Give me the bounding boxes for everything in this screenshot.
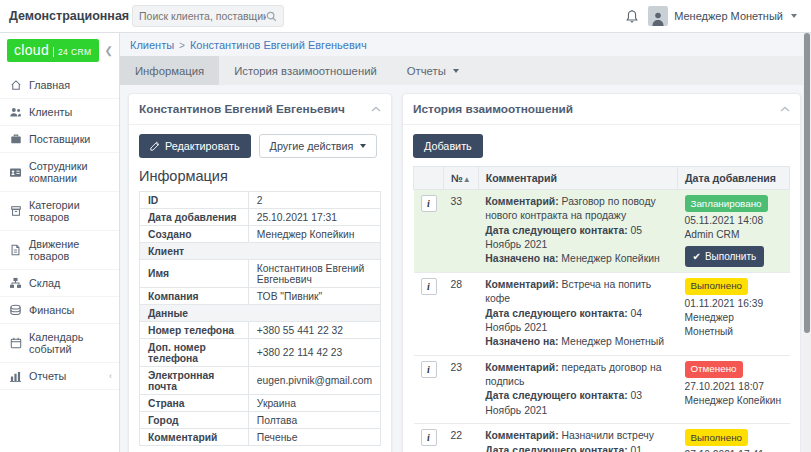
tab-active[interactable]: Информация <box>120 56 219 85</box>
client-card-title: Константинов Евгений Евгеньевич <box>139 102 345 116</box>
info-row: Электронная почтаeugen.pivnik@gmail.com <box>140 367 381 395</box>
info-value: ТОВ "Пивник" <box>248 288 380 305</box>
sidebar-item[interactable]: Клиенты <box>0 99 119 126</box>
history-col-num[interactable]: №▲ <box>444 167 479 190</box>
sidebar-item[interactable]: Финансы <box>0 297 119 324</box>
info-button[interactable]: i <box>421 361 437 378</box>
info-group-header: Клиент <box>140 243 381 260</box>
history-row-status: Выполнено01.11.2021 16:39Менеджер Монетн… <box>678 272 790 355</box>
info-row: Доп. номер телефона+380 22 114 42 23 <box>140 339 381 367</box>
info-row: Клиент <box>140 243 381 260</box>
collapse-chevron-up-icon[interactable] <box>371 106 381 113</box>
tab-label: Информация <box>135 65 204 77</box>
history-col-info <box>414 167 444 190</box>
history-row-date: 01.11.2021 16:39 <box>685 297 783 311</box>
history-row-num: 23 <box>444 355 479 423</box>
history-row-date: 27.10.2021 17:41 <box>685 448 783 452</box>
edit-button[interactable]: Редактировать <box>139 134 251 158</box>
history-row: i22Комментарий: Назначили встречуДата сл… <box>414 424 790 452</box>
tab-label: История взаимоотношений <box>234 65 377 77</box>
sidebar-nav: ГлавнаяКлиентыПоставщикиСотрудники компа… <box>0 72 119 390</box>
status-badge: Выполнено <box>685 278 749 295</box>
info-value: Украина <box>248 395 380 412</box>
info-button[interactable]: i <box>421 195 437 212</box>
finance-icon <box>9 304 22 316</box>
sidebar-item[interactable]: Отчеты‹ <box>0 363 119 390</box>
info-value: +380 22 114 42 23 <box>248 339 380 367</box>
status-badge: Запланировано <box>685 195 768 212</box>
history-row: i23Комментарий: передать договор на подп… <box>414 355 790 423</box>
topbar: Демонстрационная версия Менеджер Монетны… <box>0 0 811 33</box>
tab-bar: ИнформацияИстория взаимоотношенийОтчеты <box>120 56 803 85</box>
info-button[interactable]: i <box>421 429 437 446</box>
info-label: Имя <box>140 260 249 288</box>
vertical-scrollbar <box>803 33 811 452</box>
history-row-num: 22 <box>444 424 479 452</box>
history-card: История взаимоотношений Добавить №▲ Комм… <box>402 93 801 452</box>
user-menu[interactable]: Менеджер Монетный <box>648 6 797 26</box>
info-value: 2 <box>248 192 380 209</box>
breadcrumb-link[interactable]: Клиенты <box>130 39 174 51</box>
status-badge: Отменено <box>685 361 743 378</box>
home-icon <box>9 79 22 91</box>
tab-item[interactable]: Отчеты <box>392 56 474 85</box>
sidebar-item-label: Финансы <box>29 304 74 316</box>
complete-button-label: Выполнить <box>705 250 756 264</box>
info-row: СозданоМенеджер Копейкин <box>140 226 381 243</box>
logo-word: cloud <box>14 42 49 58</box>
info-label: Создано <box>140 226 249 243</box>
info-label: Номер телефона <box>140 322 249 339</box>
sidebar-item-label: Календарь событий <box>29 331 113 355</box>
client-info-card: Константинов Евгений Евгеньевич Редактир… <box>128 93 392 452</box>
global-search[interactable] <box>132 5 284 27</box>
sidebar-item-label: Главная <box>29 79 70 91</box>
sidebar-item-label: Склад <box>29 277 60 289</box>
chevron-down-icon <box>791 14 797 18</box>
info-label: Дата добавления <box>140 209 249 226</box>
sidebar-collapse-icon[interactable]: ❮ <box>105 45 113 56</box>
history-row-status: Отменено27.10.2021 18:07Менеджер Копейки… <box>678 355 790 423</box>
sidebar-item-label: Клиенты <box>29 106 72 118</box>
sidebar-item[interactable]: Категории товаров <box>0 192 119 231</box>
avatar <box>648 6 668 26</box>
sidebar-item[interactable]: Поставщики <box>0 126 119 153</box>
id-card-icon <box>9 167 22 178</box>
document-icon <box>9 244 22 256</box>
info-label: Компания <box>140 288 249 305</box>
history-row-author: Менеджер Копейкин <box>685 394 783 408</box>
demo-version-label: Демонстрационная версия <box>0 9 120 23</box>
sidebar-item-label: Сотрудники компании <box>29 160 113 184</box>
sidebar: cloud 24 CRM ❮ ГлавнаяКлиентыПоставщикиС… <box>0 33 120 452</box>
breadcrumb-link[interactable]: Константинов Евгений Евгеньевич <box>190 39 367 51</box>
check-icon: ✔ <box>693 250 701 264</box>
sidebar-item[interactable]: Календарь событий <box>0 324 119 363</box>
info-row: Дата добавления25.10.2021 17:31 <box>140 209 381 226</box>
history-row-author: Менеджер Монетный <box>685 311 783 339</box>
add-history-button[interactable]: Добавить <box>413 134 483 158</box>
notifications-bell-icon[interactable] <box>625 9 639 24</box>
scrollbar-thumb[interactable] <box>804 33 810 333</box>
sidebar-item[interactable]: Движение товаров <box>0 231 119 270</box>
info-label: Электронная почта <box>140 367 249 395</box>
history-col-comment[interactable]: Комментарий <box>478 167 677 190</box>
info-row: ГородПолтава <box>140 412 381 429</box>
sidebar-item[interactable]: Сотрудники компании <box>0 153 119 192</box>
global-search-input[interactable] <box>139 10 266 22</box>
history-row: i28Комментарий: Встреча на попить кофеДа… <box>414 272 790 355</box>
complete-button[interactable]: ✔Выполнить <box>685 246 765 267</box>
history-row-date: 05.11.2021 14:08 <box>685 214 783 228</box>
other-actions-button[interactable]: Другие действия <box>259 134 378 158</box>
info-button[interactable]: i <box>421 278 437 295</box>
sidebar-item-label: Поставщики <box>29 133 90 145</box>
reports-icon <box>9 371 22 382</box>
history-row-num: 33 <box>444 190 479 273</box>
history-row-comment: Комментарий: Разговор по поводу нового к… <box>478 190 677 273</box>
sidebar-item[interactable]: Склад <box>0 270 119 297</box>
app-logo[interactable]: cloud 24 CRM <box>7 39 99 62</box>
info-label: Комментарий <box>140 429 249 446</box>
sidebar-item[interactable]: Главная <box>0 72 119 99</box>
collapse-chevron-up-icon[interactable] <box>780 106 790 113</box>
tab-item[interactable]: История взаимоотношений <box>219 56 392 85</box>
history-col-date[interactable]: Дата добавления <box>678 167 790 190</box>
info-value: eugen.pivnik@gmail.com <box>248 367 380 395</box>
